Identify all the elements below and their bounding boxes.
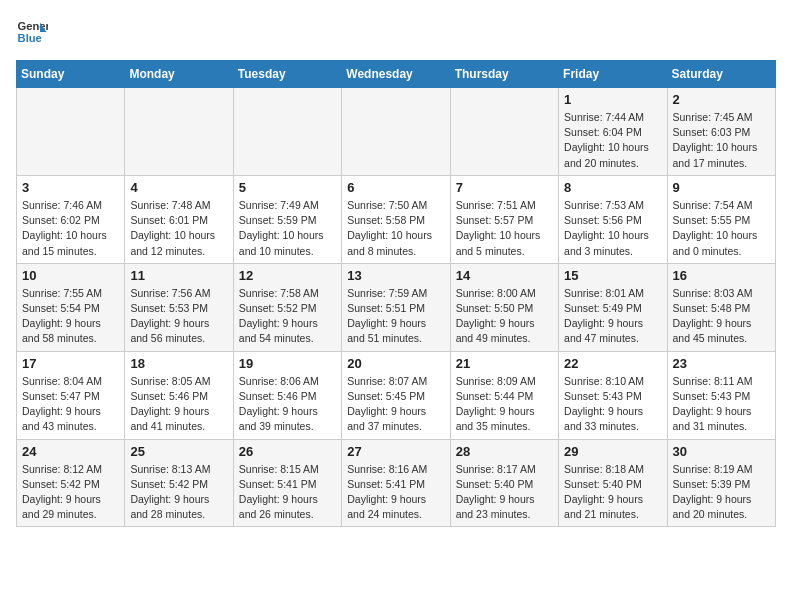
calendar-cell: 9Sunrise: 7:54 AM Sunset: 5:55 PM Daylig… <box>667 175 775 263</box>
day-info: Sunrise: 7:44 AM Sunset: 6:04 PM Dayligh… <box>564 110 661 171</box>
day-info: Sunrise: 8:12 AM Sunset: 5:42 PM Dayligh… <box>22 462 119 523</box>
calendar-cell: 23Sunrise: 8:11 AM Sunset: 5:43 PM Dayli… <box>667 351 775 439</box>
calendar-table: SundayMondayTuesdayWednesdayThursdayFrid… <box>16 60 776 527</box>
calendar-cell: 30Sunrise: 8:19 AM Sunset: 5:39 PM Dayli… <box>667 439 775 527</box>
day-number: 9 <box>673 180 770 195</box>
day-number: 24 <box>22 444 119 459</box>
calendar-cell <box>125 88 233 176</box>
day-info: Sunrise: 8:18 AM Sunset: 5:40 PM Dayligh… <box>564 462 661 523</box>
calendar-week-row: 24Sunrise: 8:12 AM Sunset: 5:42 PM Dayli… <box>17 439 776 527</box>
calendar-week-row: 1Sunrise: 7:44 AM Sunset: 6:04 PM Daylig… <box>17 88 776 176</box>
day-info: Sunrise: 8:15 AM Sunset: 5:41 PM Dayligh… <box>239 462 336 523</box>
day-number: 19 <box>239 356 336 371</box>
calendar-cell: 26Sunrise: 8:15 AM Sunset: 5:41 PM Dayli… <box>233 439 341 527</box>
day-number: 25 <box>130 444 227 459</box>
day-info: Sunrise: 8:10 AM Sunset: 5:43 PM Dayligh… <box>564 374 661 435</box>
calendar-week-row: 3Sunrise: 7:46 AM Sunset: 6:02 PM Daylig… <box>17 175 776 263</box>
calendar-cell: 28Sunrise: 8:17 AM Sunset: 5:40 PM Dayli… <box>450 439 558 527</box>
day-number: 6 <box>347 180 444 195</box>
day-number: 29 <box>564 444 661 459</box>
calendar-cell: 4Sunrise: 7:48 AM Sunset: 6:01 PM Daylig… <box>125 175 233 263</box>
calendar-cell: 29Sunrise: 8:18 AM Sunset: 5:40 PM Dayli… <box>559 439 667 527</box>
calendar-cell: 20Sunrise: 8:07 AM Sunset: 5:45 PM Dayli… <box>342 351 450 439</box>
day-number: 2 <box>673 92 770 107</box>
day-number: 23 <box>673 356 770 371</box>
day-number: 14 <box>456 268 553 283</box>
day-info: Sunrise: 8:16 AM Sunset: 5:41 PM Dayligh… <box>347 462 444 523</box>
day-info: Sunrise: 8:17 AM Sunset: 5:40 PM Dayligh… <box>456 462 553 523</box>
calendar-body: 1Sunrise: 7:44 AM Sunset: 6:04 PM Daylig… <box>17 88 776 527</box>
day-number: 1 <box>564 92 661 107</box>
weekday-header: Saturday <box>667 61 775 88</box>
calendar-cell: 8Sunrise: 7:53 AM Sunset: 5:56 PM Daylig… <box>559 175 667 263</box>
calendar-cell: 3Sunrise: 7:46 AM Sunset: 6:02 PM Daylig… <box>17 175 125 263</box>
day-info: Sunrise: 7:48 AM Sunset: 6:01 PM Dayligh… <box>130 198 227 259</box>
calendar-cell: 25Sunrise: 8:13 AM Sunset: 5:42 PM Dayli… <box>125 439 233 527</box>
calendar-cell: 24Sunrise: 8:12 AM Sunset: 5:42 PM Dayli… <box>17 439 125 527</box>
day-info: Sunrise: 8:11 AM Sunset: 5:43 PM Dayligh… <box>673 374 770 435</box>
calendar-cell: 27Sunrise: 8:16 AM Sunset: 5:41 PM Dayli… <box>342 439 450 527</box>
day-info: Sunrise: 8:00 AM Sunset: 5:50 PM Dayligh… <box>456 286 553 347</box>
weekday-header: Wednesday <box>342 61 450 88</box>
calendar-cell: 14Sunrise: 8:00 AM Sunset: 5:50 PM Dayli… <box>450 263 558 351</box>
calendar-cell: 17Sunrise: 8:04 AM Sunset: 5:47 PM Dayli… <box>17 351 125 439</box>
calendar-header: SundayMondayTuesdayWednesdayThursdayFrid… <box>17 61 776 88</box>
weekday-header: Thursday <box>450 61 558 88</box>
day-number: 12 <box>239 268 336 283</box>
logo-icon: General Blue <box>16 16 48 48</box>
day-info: Sunrise: 8:06 AM Sunset: 5:46 PM Dayligh… <box>239 374 336 435</box>
day-number: 8 <box>564 180 661 195</box>
weekday-header: Tuesday <box>233 61 341 88</box>
day-number: 22 <box>564 356 661 371</box>
page-header: General Blue <box>16 16 776 48</box>
day-number: 20 <box>347 356 444 371</box>
day-info: Sunrise: 7:56 AM Sunset: 5:53 PM Dayligh… <box>130 286 227 347</box>
day-info: Sunrise: 7:59 AM Sunset: 5:51 PM Dayligh… <box>347 286 444 347</box>
weekday-header-row: SundayMondayTuesdayWednesdayThursdayFrid… <box>17 61 776 88</box>
day-info: Sunrise: 8:05 AM Sunset: 5:46 PM Dayligh… <box>130 374 227 435</box>
day-info: Sunrise: 8:07 AM Sunset: 5:45 PM Dayligh… <box>347 374 444 435</box>
calendar-cell: 19Sunrise: 8:06 AM Sunset: 5:46 PM Dayli… <box>233 351 341 439</box>
day-info: Sunrise: 8:04 AM Sunset: 5:47 PM Dayligh… <box>22 374 119 435</box>
calendar-cell: 18Sunrise: 8:05 AM Sunset: 5:46 PM Dayli… <box>125 351 233 439</box>
weekday-header: Sunday <box>17 61 125 88</box>
day-info: Sunrise: 7:50 AM Sunset: 5:58 PM Dayligh… <box>347 198 444 259</box>
logo: General Blue <box>16 16 48 48</box>
day-info: Sunrise: 7:49 AM Sunset: 5:59 PM Dayligh… <box>239 198 336 259</box>
day-number: 26 <box>239 444 336 459</box>
day-info: Sunrise: 7:46 AM Sunset: 6:02 PM Dayligh… <box>22 198 119 259</box>
day-number: 28 <box>456 444 553 459</box>
day-info: Sunrise: 7:54 AM Sunset: 5:55 PM Dayligh… <box>673 198 770 259</box>
calendar-week-row: 17Sunrise: 8:04 AM Sunset: 5:47 PM Dayli… <box>17 351 776 439</box>
calendar-cell: 11Sunrise: 7:56 AM Sunset: 5:53 PM Dayli… <box>125 263 233 351</box>
day-info: Sunrise: 8:13 AM Sunset: 5:42 PM Dayligh… <box>130 462 227 523</box>
day-number: 17 <box>22 356 119 371</box>
calendar-cell <box>17 88 125 176</box>
day-number: 18 <box>130 356 227 371</box>
day-number: 15 <box>564 268 661 283</box>
weekday-header: Monday <box>125 61 233 88</box>
calendar-cell: 5Sunrise: 7:49 AM Sunset: 5:59 PM Daylig… <box>233 175 341 263</box>
day-number: 11 <box>130 268 227 283</box>
day-number: 27 <box>347 444 444 459</box>
day-info: Sunrise: 8:01 AM Sunset: 5:49 PM Dayligh… <box>564 286 661 347</box>
weekday-header: Friday <box>559 61 667 88</box>
day-info: Sunrise: 8:09 AM Sunset: 5:44 PM Dayligh… <box>456 374 553 435</box>
day-info: Sunrise: 8:19 AM Sunset: 5:39 PM Dayligh… <box>673 462 770 523</box>
calendar-cell: 16Sunrise: 8:03 AM Sunset: 5:48 PM Dayli… <box>667 263 775 351</box>
calendar-cell: 10Sunrise: 7:55 AM Sunset: 5:54 PM Dayli… <box>17 263 125 351</box>
calendar-cell: 12Sunrise: 7:58 AM Sunset: 5:52 PM Dayli… <box>233 263 341 351</box>
day-number: 10 <box>22 268 119 283</box>
day-number: 5 <box>239 180 336 195</box>
svg-text:Blue: Blue <box>18 32 42 44</box>
calendar-cell <box>450 88 558 176</box>
calendar-cell <box>233 88 341 176</box>
calendar-cell <box>342 88 450 176</box>
day-number: 21 <box>456 356 553 371</box>
day-info: Sunrise: 7:55 AM Sunset: 5:54 PM Dayligh… <box>22 286 119 347</box>
calendar-cell: 22Sunrise: 8:10 AM Sunset: 5:43 PM Dayli… <box>559 351 667 439</box>
calendar-week-row: 10Sunrise: 7:55 AM Sunset: 5:54 PM Dayli… <box>17 263 776 351</box>
day-info: Sunrise: 8:03 AM Sunset: 5:48 PM Dayligh… <box>673 286 770 347</box>
day-number: 7 <box>456 180 553 195</box>
calendar-cell: 2Sunrise: 7:45 AM Sunset: 6:03 PM Daylig… <box>667 88 775 176</box>
